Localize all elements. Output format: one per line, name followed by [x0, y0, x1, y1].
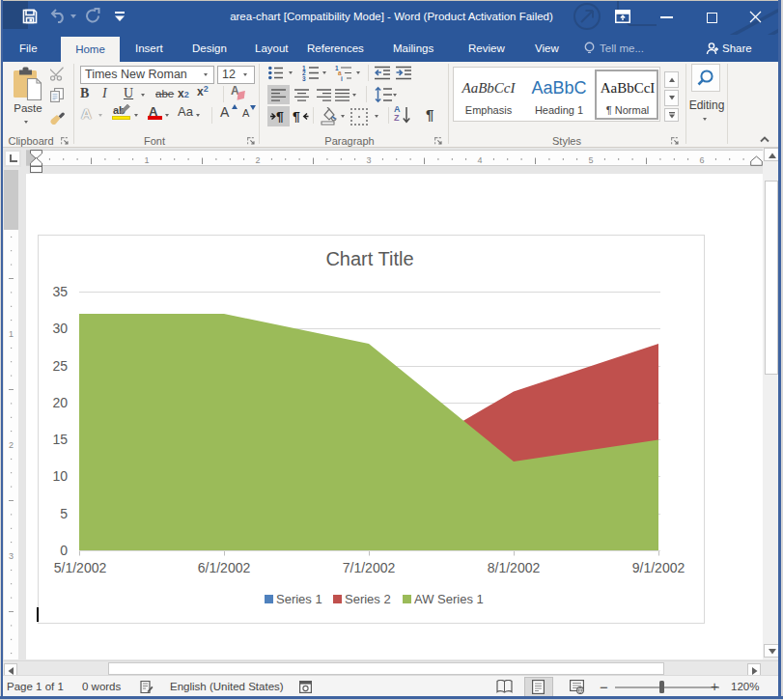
svg-text:2: 2 [255, 155, 260, 165]
svg-text:9/1/2002: 9/1/2002 [632, 560, 685, 575]
svg-text:30: 30 [52, 321, 68, 336]
svg-text:35: 35 [52, 284, 68, 299]
svg-text:AW Series 1: AW Series 1 [414, 592, 484, 606]
svg-text:4: 4 [477, 155, 482, 165]
svg-text:5: 5 [60, 506, 68, 521]
svg-text:Chart Title: Chart Title [325, 248, 413, 269]
svg-text:3: 3 [366, 155, 371, 165]
svg-text:10: 10 [52, 468, 68, 484]
svg-text:Series 2: Series 2 [345, 592, 391, 606]
svg-text:25: 25 [52, 358, 68, 374]
svg-text:1: 1 [144, 155, 149, 165]
svg-text:20: 20 [52, 395, 68, 410]
svg-text:3: 3 [9, 551, 14, 561]
svg-text:0: 0 [60, 543, 68, 558]
svg-text:2: 2 [9, 440, 14, 450]
svg-text:Series 1: Series 1 [276, 592, 322, 606]
svg-text:¶: ¶ [276, 110, 284, 123]
svg-text:3: 3 [302, 75, 306, 82]
svg-text:5/1/2002: 5/1/2002 [54, 560, 107, 575]
svg-text:6: 6 [699, 155, 704, 165]
svg-text:8/1/2002: 8/1/2002 [488, 560, 541, 575]
svg-text:5: 5 [588, 155, 593, 165]
svg-text:1: 1 [9, 329, 14, 339]
svg-text:15: 15 [52, 432, 68, 447]
svg-text:6/1/2002: 6/1/2002 [198, 560, 251, 575]
svg-text:i: i [341, 75, 343, 82]
svg-text:¶: ¶ [293, 110, 300, 123]
svg-text:7/1/2002: 7/1/2002 [343, 560, 396, 575]
